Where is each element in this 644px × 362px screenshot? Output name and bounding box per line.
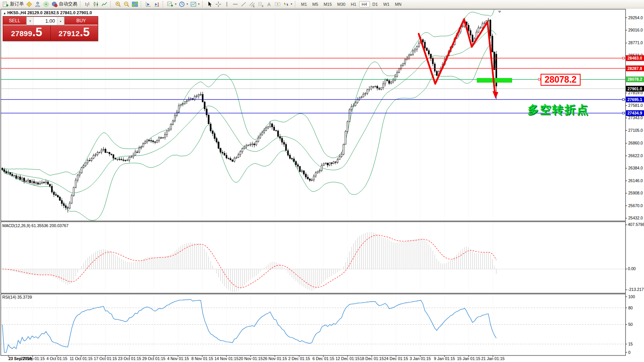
svg-text:A: A [268, 2, 271, 7]
macd-tick: 407.57984 [628, 222, 644, 227]
timeframe-w1[interactable]: W1 [381, 1, 393, 7]
horizontal-line-icon[interactable] [231, 0, 240, 8]
macd-label: MACD(12,26,9) 61.35536 200.03767 [2, 223, 68, 228]
time-tick: 12 Dec 01:15 [336, 356, 360, 361]
vertical-line-icon[interactable] [223, 0, 231, 8]
new-order-icon[interactable]: 新订单 [2, 0, 25, 8]
volume-increase-button[interactable]: ▲ [57, 17, 64, 25]
time-tick: 6 Dec 01:15 [313, 356, 334, 361]
chevron-down-icon[interactable]: ▾ [291, 2, 292, 6]
buy-price-main: 27912 [58, 30, 80, 38]
time-tick: 20 Nov 01:15 [239, 356, 263, 361]
time-tick: 8 Nov 01:15 [191, 356, 213, 361]
level-badge-text: 28078.2 [627, 77, 642, 81]
price-callout[interactable]: 28078.2 [541, 74, 581, 86]
periods-icon[interactable]: ▾ [178, 0, 189, 8]
timeframe-m5[interactable]: M5 [310, 1, 321, 7]
timeframe-mn[interactable]: MN [392, 1, 404, 7]
time-tick: 23 Oct 01:15 [118, 356, 141, 361]
zoom-out-icon[interactable] [122, 0, 131, 8]
price-tick: 26384.0 [628, 166, 643, 170]
level-badge-text: 27695.1 [627, 97, 642, 102]
symbol-ohlc-line: ▲HK50-,H4 28129.0 28192.5 27841.0 27901.… [3, 10, 92, 15]
timeframe-m30[interactable]: M30 [334, 1, 348, 7]
indicators-icon[interactable]: ▾ [166, 0, 178, 8]
profile-icon[interactable] [33, 0, 42, 8]
chevron-down-icon[interactable]: ▾ [198, 2, 200, 6]
rsi-tick: 0 [628, 350, 631, 355]
fibonacci-icon[interactable]: F [256, 0, 265, 8]
macd-tick: 0.00 [628, 266, 636, 271]
sell-price[interactable]: 27899.5 [3, 25, 50, 41]
sell-button[interactable]: SELL [3, 17, 26, 25]
zoom-in-icon[interactable] [114, 0, 122, 8]
time-tick: 29 Oct 01:15 [142, 356, 165, 361]
toolbar: 新订单自动交易▾▾▾EFAT▾M1M5M15M30H1H4D1W1MN [0, 0, 644, 8]
level-badge-text: 28483.0 [627, 56, 642, 60]
timeframe-m1[interactable]: M1 [298, 1, 310, 7]
time-tick: 2 Dec 01:15 [288, 356, 310, 361]
rsi-tick: 15 [628, 342, 633, 346]
chart-canvas[interactable]: 23 Sep 201927 Sep 01:154 Oct 01:1511 Oct… [0, 0, 644, 362]
chevron-down-icon[interactable]: ▾ [175, 2, 176, 6]
collapse-arrow-icon[interactable]: ▲ [3, 12, 6, 15]
price-tick: 25432.0 [628, 216, 643, 220]
tile-windows-icon[interactable] [131, 0, 139, 8]
rsi-tick: 50 [628, 322, 633, 327]
signal-icon[interactable] [42, 0, 50, 8]
buy-price-frac: .5 [80, 25, 90, 39]
level-badge-text: 28287.8 [627, 66, 642, 71]
bar-chart-icon[interactable] [83, 0, 92, 8]
chevron-down-icon[interactable]: ▾ [186, 2, 188, 6]
chart-shift-icon[interactable] [153, 0, 161, 8]
price-tick: 29254.0 [628, 15, 643, 20]
volume-input[interactable]: 1.00 [34, 17, 57, 25]
text-label-icon[interactable]: T [273, 0, 282, 8]
time-tick: 15 Jan 01:15 [457, 356, 481, 361]
svg-text:T: T [277, 2, 279, 6]
crosshair-icon[interactable] [214, 0, 223, 8]
time-tick: 26 Nov 01:15 [263, 356, 287, 361]
price-tick: 29016.0 [628, 28, 643, 32]
rsi-tick: 100 [628, 294, 635, 299]
toolbar-separator [110, 1, 112, 7]
price-tick: 27581.0 [628, 103, 643, 108]
trendline-icon[interactable] [240, 0, 248, 8]
price-tick: 26146.0 [628, 178, 643, 183]
timeframe-h1[interactable]: H1 [348, 1, 359, 7]
cn-annotation-text: 多空转折点 [528, 102, 589, 118]
auto-scroll-icon[interactable] [144, 0, 153, 8]
time-tick: 14 Nov 01:15 [215, 356, 239, 361]
channel-icon[interactable]: E [248, 0, 256, 8]
cursor-icon[interactable] [206, 0, 214, 8]
text-icon[interactable]: A [265, 0, 273, 8]
timeframe-m15[interactable]: M15 [321, 1, 334, 7]
level-badge-text: 27901.0 [627, 86, 642, 91]
timeframe-h4[interactable]: H4 [359, 1, 370, 7]
macd-tick: -213.2171 [628, 287, 644, 292]
time-tick: 24 Dec 01:15 [384, 356, 408, 361]
time-tick: 21 Jan 01:15 [481, 356, 505, 361]
arrows-icon[interactable]: ▾ [282, 0, 293, 8]
volume-decrease-button[interactable]: ▼ [27, 17, 34, 25]
templates-icon[interactable]: ▾ [189, 0, 201, 8]
time-tick: 11 Oct 01:15 [70, 356, 93, 361]
buy-button[interactable]: BUY [65, 17, 98, 25]
time-tick: 4 Nov 01:15 [167, 356, 189, 361]
toolbar-separator [202, 1, 204, 7]
svg-text:E: E [253, 5, 255, 7]
price-tick: 27105.0 [628, 128, 643, 133]
autotrading-icon[interactable]: 自动交易 [50, 0, 78, 8]
rsi-label: RSI(14) 35.3739 [2, 295, 32, 299]
charts-tile-icon[interactable] [25, 0, 33, 8]
time-tick: 17 Oct 01:15 [94, 356, 117, 361]
timeframe-d1[interactable]: D1 [370, 1, 381, 7]
symbol-ohlc-text: HK50-,H4 28129.0 28192.5 27841.0 27901.0 [7, 10, 92, 15]
candlestick-chart-icon[interactable] [92, 0, 100, 8]
level-badge-text: 27434.9 [627, 111, 642, 115]
svg-text:F: F [262, 5, 264, 7]
toolbar-separator [163, 1, 165, 7]
buy-price[interactable]: 27912.5 [51, 25, 98, 41]
line-chart-icon[interactable] [100, 0, 109, 8]
time-tick: 18 Dec 01:15 [360, 356, 384, 361]
